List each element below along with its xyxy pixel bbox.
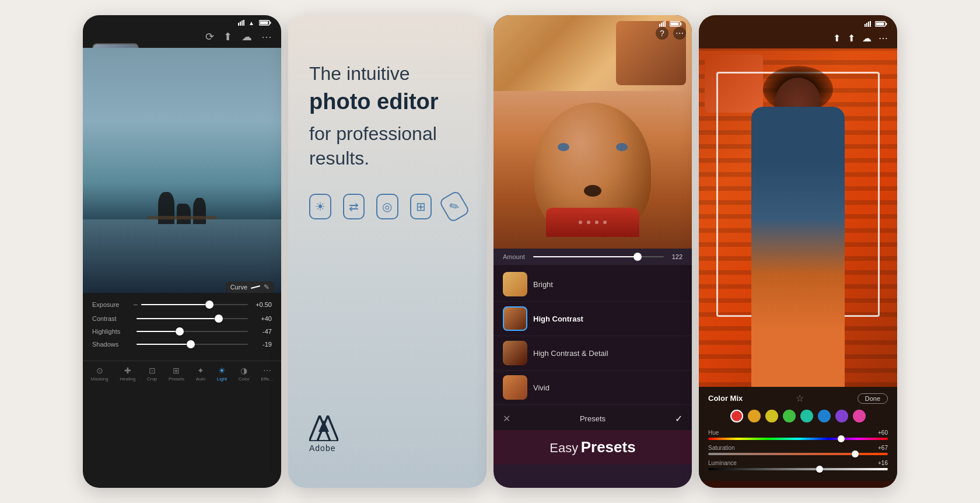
person-1 [158, 192, 174, 224]
shadows-label: Shadows [92, 341, 133, 348]
exposure-minus[interactable]: − [133, 300, 138, 309]
swatch-orange[interactable] [748, 410, 761, 422]
svg-rect-20 [868, 22, 869, 27]
promo-headline-2: photo editor [309, 89, 466, 116]
caption-3-normal: Easy [550, 441, 578, 455]
svg-rect-3 [243, 20, 244, 26]
dog-nose [584, 185, 601, 197]
main-photo-1: Curve ✎ [83, 48, 281, 293]
svg-rect-7 [260, 22, 268, 25]
amount-fill [533, 256, 638, 257]
swatch-green[interactable] [783, 410, 796, 422]
amount-thumb [634, 253, 642, 261]
amount-label: Amount [503, 253, 525, 260]
amount-bar: Amount 122 [494, 249, 692, 265]
nav-auto[interactable]: ✦ Auto [196, 366, 205, 382]
bandana-dots [579, 221, 607, 224]
battery-icon [259, 20, 272, 26]
dog-bandana [546, 208, 639, 237]
nav-light[interactable]: ☀ Light [217, 366, 227, 382]
highlights-slider[interactable] [136, 331, 248, 332]
cloud-icon-4[interactable]: ☁ [862, 33, 872, 44]
adobe-wordmark: Adobe [309, 443, 335, 453]
nav-crop[interactable]: ⊡ Crop [147, 366, 157, 382]
svg-rect-6 [270, 22, 271, 24]
color-mix-header: Color Mix ☆ Done [708, 393, 888, 404]
swatch-purple[interactable] [835, 410, 848, 422]
exposure-label: Exposure [92, 301, 133, 308]
person-dog [177, 204, 191, 224]
contrast-slider[interactable] [136, 318, 248, 319]
curve-edit-icon[interactable]: ✎ [264, 283, 270, 291]
photo-bg-4 [699, 48, 897, 387]
hue-track[interactable] [708, 438, 888, 440]
toolbar-3: ? ⋯ [656, 27, 686, 40]
swatch-yellow[interactable] [765, 410, 778, 422]
curve-label: Curve [230, 284, 247, 291]
sat-thumb [852, 450, 859, 457]
info-icon-3[interactable]: ? [656, 27, 668, 40]
status-icons-3 [659, 21, 682, 27]
feature-icon-sun: ☀ [309, 194, 331, 219]
preset-name-high-contrast: High Contrast [533, 315, 583, 323]
cloud-icon[interactable]: ☁ [242, 30, 252, 43]
svg-rect-2 [242, 20, 243, 26]
svg-rect-14 [664, 21, 666, 27]
wifi-icon: ▲ [249, 20, 257, 26]
highlights-value: -47 [251, 328, 272, 335]
contrast-value: +40 [251, 315, 272, 322]
presets-confirm-btn[interactable]: ✓ [675, 413, 682, 424]
svg-marker-10 [318, 420, 329, 432]
photo-top-3: ? ⋯ [494, 15, 692, 91]
lum-value: +16 [878, 460, 888, 466]
sat-label-row: Saturation +67 [708, 445, 888, 451]
person-body-4 [751, 107, 845, 387]
nav-presets[interactable]: ⊞ Presets [169, 366, 184, 382]
sat-track[interactable] [708, 453, 888, 455]
preset-item-high-contrast-detail[interactable]: High Contrast & Detail [494, 336, 692, 371]
swatch-blue[interactable] [818, 410, 831, 422]
highlights-label: Highlights [92, 328, 133, 335]
color-mix-panel: Color Mix ☆ Done Hue +60 [699, 387, 897, 481]
preset-name-bright: Bright [533, 280, 553, 289]
battery-icon-3 [670, 21, 682, 27]
highlights-fill [136, 331, 176, 332]
presets-close-btn[interactable]: ✕ [503, 413, 510, 424]
color-mix-star-icon[interactable]: ☆ [796, 393, 804, 404]
svg-rect-12 [661, 23, 662, 27]
color-mix-title: Color Mix [708, 394, 743, 403]
preset-item-bright[interactable]: Bright [494, 267, 692, 302]
nav-masking[interactable]: ⊙ Masking [91, 366, 108, 382]
export-icon[interactable]: ⬆ [223, 30, 232, 43]
nav-healing[interactable]: ✚ Healing [120, 366, 135, 382]
lum-track[interactable] [708, 468, 888, 470]
sat-value: +67 [878, 445, 888, 451]
shadows-slider[interactable] [136, 344, 248, 345]
rotate-icon-4[interactable]: ⬆ [833, 33, 841, 44]
feature-icon-grid: ⊞ [410, 194, 432, 219]
swatch-pink[interactable] [853, 410, 866, 422]
exposure-slider[interactable] [141, 304, 248, 305]
preset-item-high-contrast[interactable]: High Contrast [494, 302, 692, 336]
share-icon-4[interactable]: ⬆ [848, 33, 855, 44]
more-icon-4[interactable]: ⋯ [878, 33, 888, 44]
swatch-teal[interactable] [800, 410, 813, 422]
presets-list: Bright High Contrast High Contrast & Det… [494, 265, 692, 407]
feature-icon-pen: ✎ [439, 190, 471, 223]
nav-color[interactable]: ◑ Color [239, 366, 250, 382]
sat-slider-row: Saturation +67 [708, 445, 888, 455]
preset-item-vivid[interactable]: Vivid [494, 371, 692, 405]
bandana-dot [587, 221, 590, 224]
amount-slider[interactable] [533, 256, 664, 257]
svg-rect-16 [681, 23, 682, 25]
rotate-icon[interactable]: ⟳ [205, 30, 214, 43]
shadows-fill [136, 344, 187, 345]
more-icon-3[interactable]: ⋯ [673, 27, 686, 40]
preset-thumb-bright [503, 272, 527, 296]
nav-effects[interactable]: ⋯ Effe... [261, 366, 273, 382]
more-icon[interactable]: ⋯ [261, 30, 272, 43]
done-button[interactable]: Done [858, 393, 888, 404]
lum-label: Luminance [708, 460, 737, 466]
swatch-red[interactable] [730, 410, 743, 422]
dog-face [534, 103, 651, 237]
